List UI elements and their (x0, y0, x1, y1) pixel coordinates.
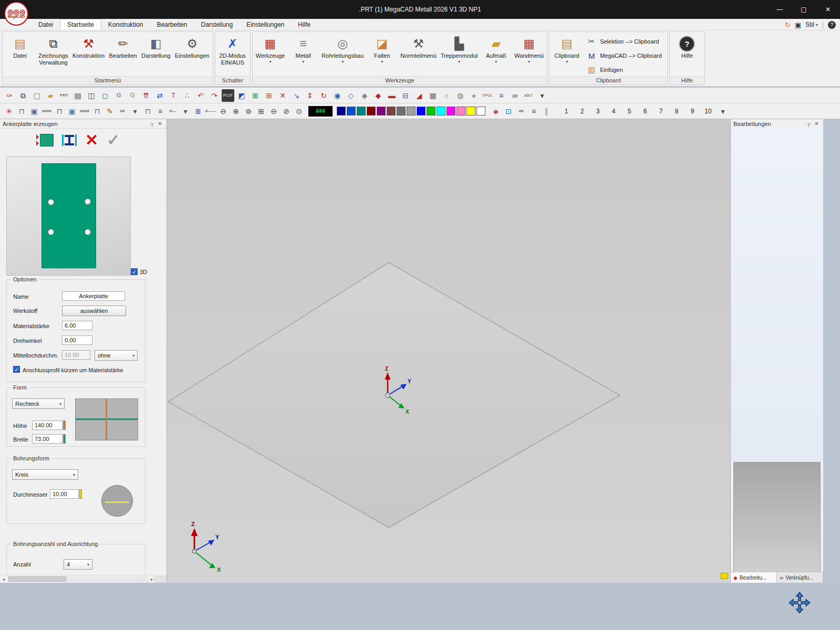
color-swatch[interactable] (466, 107, 475, 116)
color-swatch[interactable] (417, 107, 426, 116)
cube-wireframe-icon[interactable]: ◇ (345, 89, 357, 102)
color-swatch[interactable] (347, 107, 356, 116)
menu-darstellung[interactable]: Darstellung (194, 19, 240, 30)
rotate-icon[interactable]: ↻ (317, 89, 330, 102)
user-icon[interactable]: ▣ (795, 22, 801, 28)
move-vertical-icon[interactable]: ⇕ (304, 89, 316, 102)
grid-g1-icon[interactable]: G (112, 89, 125, 102)
appearance-icon[interactable]: ? (828, 21, 836, 29)
cylinder-solid-icon[interactable]: ● (468, 89, 480, 102)
color-swatch[interactable] (367, 107, 376, 116)
grid-box-icon[interactable]: ▦ (427, 89, 439, 102)
maximize-button[interactable]: ▢ (792, 0, 816, 19)
zoom-dynamic-icon[interactable]: ⊚ (243, 106, 254, 117)
insert-detail-icon[interactable]: ⊞ (263, 89, 275, 102)
attribute-brush-icon[interactable]: ✑ (3, 89, 16, 102)
close-button[interactable]: ✕ (816, 0, 840, 19)
ribbon-aufmass-button[interactable]: ▰ Aufmaß ▾ (480, 33, 512, 64)
grid-g2-icon[interactable]: G (126, 89, 139, 102)
text-format-icon[interactable]: a3c7 (522, 89, 535, 102)
color-swatch[interactable] (357, 107, 366, 116)
layer-number-button[interactable]: 7 (653, 108, 669, 115)
linetype-icon[interactable]: #— (167, 106, 179, 117)
zoom-previous-icon[interactable]: ⊖ (268, 106, 279, 117)
ribbon-datei-button[interactable]: ▤ Datei (4, 33, 36, 64)
dialog-horizontal-scrollbar[interactable]: ◂ ▸ (0, 575, 155, 583)
wedge-icon[interactable]: ◢ (413, 89, 426, 102)
snap-lock1-icon[interactable]: ⊓ (16, 106, 27, 117)
exchange-icon[interactable]: ⇄ (153, 89, 166, 102)
zoom-select-icon[interactable]: ⊙ (293, 106, 305, 117)
list-icon[interactable]: ≡ (528, 106, 540, 117)
form-shape-select[interactable]: Rechteck ▾ (12, 398, 65, 409)
ribbon-zeichnungsverwaltung-button[interactable]: ⧉ Zeichnungs Verwaltung (36, 33, 70, 71)
cylinder-wire-icon[interactable]: ○ (440, 89, 453, 102)
slab-icon[interactable]: ▬ (386, 89, 398, 102)
ribbon-treppenmodul-button[interactable]: ▙ Treppenmodul ▾ (439, 33, 480, 64)
active-color-icon[interactable]: ◈ (490, 106, 502, 117)
ribbon-selektion-clipboard-button[interactable]: ✂ Selektion --> Clipboard (584, 35, 664, 48)
layer-number-button[interactable]: 1 (558, 108, 574, 115)
color-swatch[interactable] (337, 107, 346, 116)
breite-input[interactable] (32, 434, 63, 444)
menu-bearbeiten[interactable]: Bearbeiten (150, 19, 194, 30)
cancel-button[interactable]: ✕ (85, 132, 98, 148)
ribbon-bearbeiten-button[interactable]: ✏ Bearbeiten (107, 33, 139, 64)
ribbon-konstruktion-button[interactable]: ⚒ Konstruktion (70, 33, 107, 64)
color-swatch[interactable] (407, 107, 416, 116)
color-swatch[interactable] (437, 107, 445, 116)
zoom-in-icon[interactable]: ⊕ (230, 106, 242, 117)
menu-einstellungen[interactable]: Einstellungen (240, 19, 291, 30)
color-swatch[interactable] (377, 107, 386, 116)
stretch-icon[interactable]: ↘ (290, 89, 303, 102)
layer-number-button[interactable]: 6 (637, 108, 653, 115)
redo-icon[interactable]: ↷ (208, 89, 221, 102)
layer-colors-icon[interactable]: ≣ (192, 106, 204, 117)
layer-number-button[interactable]: 10 (700, 108, 716, 115)
viewport-warning-indicator[interactable] (721, 573, 728, 579)
color-swatch[interactable] (457, 107, 465, 116)
hash-small-icon[interactable]: ## (515, 106, 527, 117)
zoom-window-icon[interactable]: ⊞ (255, 106, 267, 117)
menu-startseite[interactable]: Startseite (60, 19, 101, 30)
refresh-icon[interactable]: ↻ (785, 22, 791, 28)
ribbon-darstellung-button[interactable]: ◧ Darstellung (139, 33, 173, 64)
durchmesser-input[interactable] (50, 489, 79, 499)
menu-hilfe[interactable]: Hilfe (291, 19, 317, 30)
color-swatch[interactable] (447, 107, 455, 116)
snap-lock4-icon[interactable]: ⊓ (142, 106, 153, 117)
copy-attributes-icon[interactable]: ⧉ (17, 89, 29, 102)
print-icon[interactable]: ▤ (71, 89, 84, 102)
ruler-icon[interactable]: ∥ (541, 106, 552, 117)
insert-plate-icon[interactable] (40, 134, 54, 146)
undo-icon[interactable]: ↶ (194, 89, 207, 102)
pin-icon[interactable]: ┬ (805, 121, 813, 127)
screen-settings-icon[interactable]: ⊡ (503, 106, 514, 117)
format-box-icon[interactable]: ▣ (28, 106, 40, 117)
save-prt-icon[interactable]: PRT (58, 89, 70, 102)
bearbeitungen-list[interactable] (731, 128, 823, 462)
menu-konstruktion[interactable]: Konstruktion (101, 19, 150, 30)
layer-number-button[interactable]: 9 (685, 108, 700, 115)
opengl-icon[interactable]: OPGL (481, 89, 494, 102)
doc-check-icon[interactable]: ▣ (66, 106, 78, 117)
cube-hidden-icon[interactable]: ◆ (358, 89, 371, 102)
binoculars-icon[interactable]: ∞ (509, 89, 521, 102)
dim-format2-icon[interactable]: #### (79, 106, 90, 117)
dim-format-icon[interactable]: #### (41, 106, 53, 117)
layer-number-button[interactable]: 8 (669, 108, 685, 115)
toolbar2-overflow-icon[interactable]: ▾ (717, 106, 729, 117)
kuerzen-checkbox[interactable]: ✓ (13, 366, 20, 373)
layer-number-button[interactable]: 5 (621, 108, 637, 115)
hoehe-input[interactable] (32, 421, 63, 430)
3d-checkbox[interactable]: ✓ (131, 268, 138, 275)
color-swatch[interactable] (476, 107, 485, 116)
name-input[interactable] (62, 291, 125, 301)
dialog-close-icon[interactable]: ✕ (156, 121, 164, 127)
plot-icon[interactable]: PLOT (222, 89, 234, 102)
snap-point-icon[interactable]: ✳ (3, 106, 15, 117)
ribbon-wandmenu-button[interactable]: ▦ Wandmenü ▾ (512, 33, 546, 64)
pan-navigation-icon[interactable] (788, 591, 811, 614)
3d-viewport[interactable]: Z Y X Z Y X (167, 119, 730, 583)
materialstaerke-input[interactable] (62, 321, 92, 330)
